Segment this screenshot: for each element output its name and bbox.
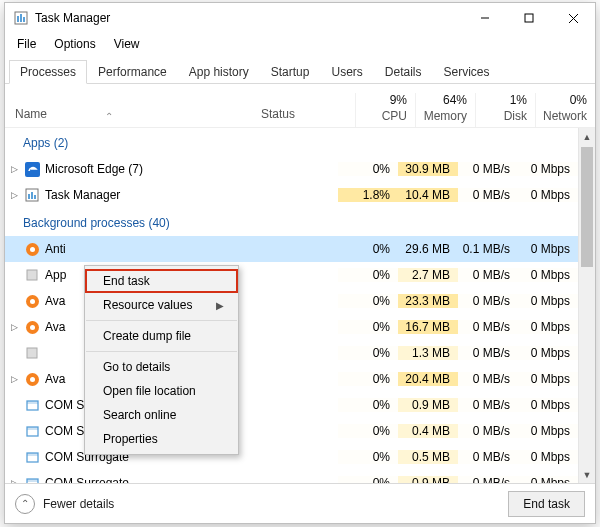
maximize-button[interactable] — [507, 3, 551, 33]
column-headers: ⌃ Name Status 9%CPU 64%Memory 1%Disk 0%N… — [5, 84, 595, 128]
tab-details[interactable]: Details — [374, 60, 433, 84]
ctx-resource-values[interactable]: Resource values▶ — [85, 293, 238, 317]
svg-rect-15 — [27, 270, 37, 280]
memory-cell: 16.7 MB — [398, 320, 458, 334]
fewer-details-button[interactable]: ⌃ Fewer details — [15, 494, 114, 514]
network-cell: 0 Mbps — [518, 476, 578, 483]
context-menu: End task Resource values▶ Create dump fi… — [84, 265, 239, 455]
svg-rect-5 — [525, 14, 533, 22]
end-task-button[interactable]: End task — [508, 491, 585, 517]
ctx-create-dump[interactable]: Create dump file — [85, 324, 238, 348]
col-name-label: Name — [15, 107, 255, 121]
tab-performance[interactable]: Performance — [87, 60, 178, 84]
footer: ⌃ Fewer details End task — [5, 483, 595, 523]
scroll-thumb[interactable] — [581, 147, 593, 267]
disk-cell: 0 MB/s — [458, 450, 518, 464]
minimize-button[interactable] — [463, 3, 507, 33]
expand-icon[interactable]: ▷ — [5, 374, 23, 384]
process-icon — [23, 397, 41, 413]
cpu-cell: 0% — [338, 320, 398, 334]
menu-view[interactable]: View — [106, 35, 148, 53]
tab-services[interactable]: Services — [433, 60, 501, 84]
ctx-separator — [86, 351, 237, 352]
process-icon — [23, 475, 41, 483]
cpu-cell: 0% — [338, 424, 398, 438]
cpu-cell: 0% — [338, 268, 398, 282]
ctx-go-to-details[interactable]: Go to details — [85, 355, 238, 379]
sort-indicator-icon: ⌃ — [105, 111, 113, 122]
process-icon — [23, 293, 41, 309]
col-disk[interactable]: 1%Disk — [475, 93, 535, 127]
col-cpu[interactable]: 9%CPU — [355, 93, 415, 127]
tab-processes[interactable]: Processes — [9, 60, 87, 84]
tab-app-history[interactable]: App history — [178, 60, 260, 84]
cpu-cell: 1.8% — [338, 188, 398, 202]
svg-point-19 — [30, 325, 35, 330]
network-cell: 0 Mbps — [518, 162, 578, 176]
expand-icon[interactable]: ▷ — [5, 164, 23, 174]
svg-rect-26 — [27, 427, 38, 430]
process-icon — [23, 345, 41, 361]
process-name: Microsoft Edge (7) — [45, 162, 238, 176]
scroll-down-button[interactable]: ▼ — [579, 466, 595, 483]
expand-icon[interactable]: ▷ — [5, 322, 23, 332]
col-name[interactable]: ⌃ Name — [5, 107, 255, 127]
cpu-cell: 0% — [338, 372, 398, 386]
svg-rect-10 — [28, 194, 30, 199]
tab-users[interactable]: Users — [320, 60, 373, 84]
expand-icon[interactable]: ▷ — [5, 478, 23, 483]
menu-file[interactable]: File — [9, 35, 44, 53]
memory-cell: 0.9 MB — [398, 398, 458, 412]
process-row[interactable]: ▷Task Manager1.8%10.4 MB0 MB/s0 Mbps — [5, 182, 578, 208]
memory-cell: 0.5 MB — [398, 450, 458, 464]
disk-cell: 0 MB/s — [458, 294, 518, 308]
process-name: Task Manager — [45, 188, 238, 202]
svg-rect-11 — [31, 192, 33, 199]
col-status[interactable]: Status — [255, 107, 355, 127]
cpu-cell: 0% — [338, 294, 398, 308]
close-button[interactable] — [551, 3, 595, 33]
ctx-properties[interactable]: Properties — [85, 427, 238, 451]
process-icon — [23, 423, 41, 439]
ctx-search-online[interactable]: Search online — [85, 403, 238, 427]
disk-cell: 0 MB/s — [458, 268, 518, 282]
disk-cell: 0 MB/s — [458, 162, 518, 176]
process-row[interactable]: Anti0%29.6 MB0.1 MB/s0 Mbps — [5, 236, 578, 262]
network-cell: 0 Mbps — [518, 398, 578, 412]
cpu-cell: 0% — [338, 242, 398, 256]
svg-rect-24 — [27, 401, 38, 404]
col-memory[interactable]: 64%Memory — [415, 93, 475, 127]
disk-cell: 0 MB/s — [458, 398, 518, 412]
expand-icon[interactable]: ▷ — [5, 190, 23, 200]
network-cell: 0 Mbps — [518, 294, 578, 308]
process-row[interactable]: ▷Microsoft Edge (7)0%30.9 MB0 MB/s0 Mbps — [5, 156, 578, 182]
process-row[interactable]: ▷COM Surrogate0%0.9 MB0 MB/s0 Mbps — [5, 470, 578, 483]
process-icon — [23, 371, 41, 387]
process-icon — [23, 319, 41, 335]
memory-cell: 0.9 MB — [398, 476, 458, 483]
process-name: Anti — [45, 242, 238, 256]
memory-cell: 2.7 MB — [398, 268, 458, 282]
group-header-bg: Background processes (40) — [5, 208, 578, 236]
disk-cell: 0 MB/s — [458, 476, 518, 483]
memory-cell: 29.6 MB — [398, 242, 458, 256]
scroll-track[interactable] — [579, 145, 595, 466]
col-network[interactable]: 0%Network — [535, 93, 595, 127]
svg-point-22 — [30, 377, 35, 382]
network-cell: 0 Mbps — [518, 320, 578, 334]
scroll-up-button[interactable]: ▲ — [579, 128, 595, 145]
network-cell: 0 Mbps — [518, 372, 578, 386]
svg-rect-3 — [23, 17, 25, 22]
network-cell: 0 Mbps — [518, 188, 578, 202]
cpu-cell: 0% — [338, 450, 398, 464]
ctx-open-file-location[interactable]: Open file location — [85, 379, 238, 403]
cpu-cell: 0% — [338, 162, 398, 176]
process-icon — [23, 187, 41, 203]
tab-startup[interactable]: Startup — [260, 60, 321, 84]
scrollbar[interactable]: ▲ ▼ — [578, 128, 595, 483]
submenu-arrow-icon: ▶ — [216, 300, 224, 311]
network-cell: 0 Mbps — [518, 242, 578, 256]
menu-options[interactable]: Options — [46, 35, 103, 53]
network-cell: 0 Mbps — [518, 450, 578, 464]
ctx-end-task[interactable]: End task — [85, 269, 238, 293]
